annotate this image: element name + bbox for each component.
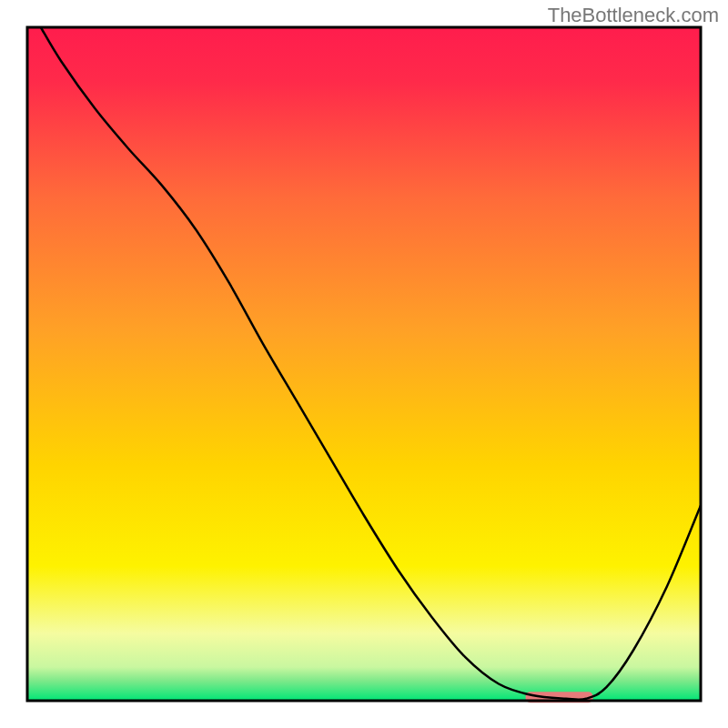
bottleneck-chart: TheBottleneck.com: [0, 0, 728, 728]
gradient-plot-area: [27, 27, 701, 701]
chart-svg: [0, 0, 728, 728]
watermark-text: TheBottleneck.com: [548, 4, 719, 27]
